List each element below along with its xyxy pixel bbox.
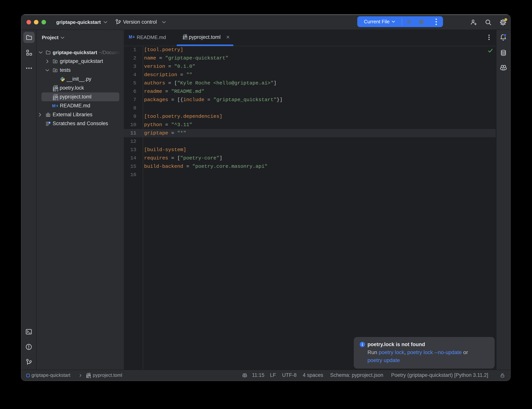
svg-text:M: M [52, 103, 55, 108]
svg-text:M: M [129, 35, 132, 39]
